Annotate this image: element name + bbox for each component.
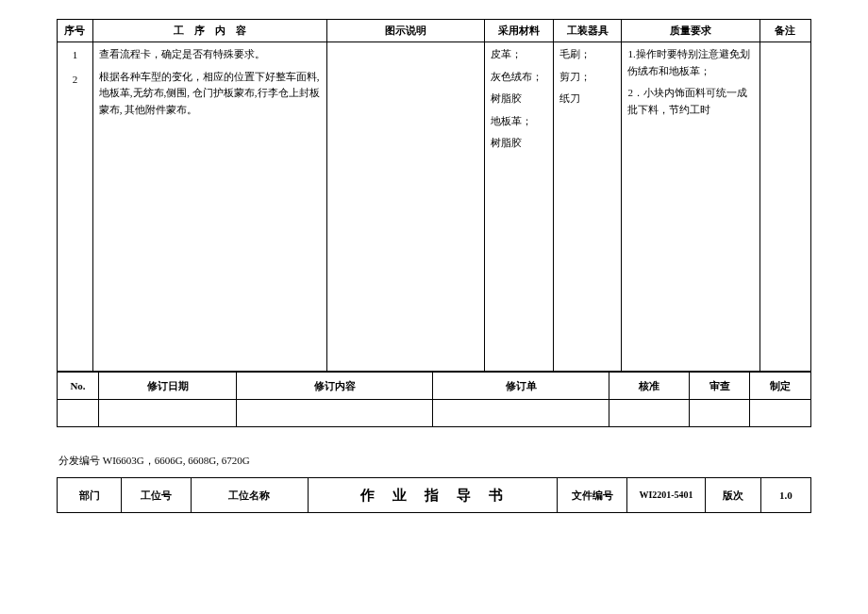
revision-empty-row — [58, 400, 811, 427]
tool-3: 纸刀 — [559, 91, 616, 108]
rev-cell-make — [750, 400, 811, 427]
tool-1: 毛刷； — [559, 46, 616, 63]
header-tool: 工装器具 — [553, 20, 622, 42]
revision-table: No. 修订日期 修订内容 修订单 核准 审查 制定 — [57, 372, 811, 427]
rev-cell-content — [237, 400, 433, 427]
note-cell — [760, 42, 810, 372]
header-quality: 质量要求 — [622, 20, 760, 42]
material-2: 灰色绒布； — [491, 69, 547, 86]
header-diagram: 图示说明 — [327, 20, 485, 42]
rev-header-content: 修订内容 — [237, 373, 433, 400]
material-cell: 皮革； 灰色绒布； 树脂胶 地板革； 树脂胶 — [485, 42, 554, 372]
distribution-line: 分发编号 WI6603G，6606G, 6608G, 6720G — [58, 454, 810, 468]
footer-rev-no: 1.0 — [760, 478, 810, 513]
footer-dept: 部门 — [58, 478, 122, 513]
header-material: 采用材料 — [485, 20, 554, 42]
rev-header-no: No. — [58, 373, 99, 400]
diagram-cell — [327, 42, 485, 372]
rev-header-review: 审查 — [690, 373, 750, 400]
footer-docno-label: 文件编号 — [558, 478, 626, 513]
rev-header-unit: 修订单 — [432, 373, 609, 400]
header-content: 工 序 内 容 — [92, 20, 327, 42]
rev-cell-review — [690, 400, 750, 427]
rev-cell-no — [58, 400, 99, 427]
quality-cell: 1.操作时要特别注意避免划伤绒布和地板革； 2．小块内饰面料可统一成批下料，节约… — [622, 42, 760, 372]
revision-header-row: No. 修订日期 修订内容 修订单 核准 审查 制定 — [58, 373, 811, 400]
content-line-2: 根据各种车型的变化，相应的位置下好整车面料,地板革,无纺布,侧围, 仓门护板蒙布… — [99, 69, 322, 119]
rev-cell-check — [609, 400, 690, 427]
rev-header-make: 制定 — [750, 373, 811, 400]
seq-1: 1 — [63, 46, 87, 65]
footer-title: 作 业 指 导 书 — [308, 478, 558, 513]
quality-1: 1.操作时要特别注意避免划伤绒布和地板革； — [627, 46, 753, 79]
rev-cell-date — [98, 400, 236, 427]
seq-2: 2 — [63, 71, 87, 90]
footer-posname: 工位名称 — [191, 478, 308, 513]
tool-2: 剪刀； — [559, 69, 616, 86]
header-note: 备注 — [760, 20, 810, 42]
footer-table: 部门 工位号 工位名称 作 业 指 导 书 文件编号 WI2201-5401 版… — [57, 477, 811, 513]
material-5: 树脂胶 — [491, 135, 547, 152]
footer-docno: WI2201-5401 — [626, 478, 706, 513]
rev-cell-unit — [432, 400, 609, 427]
main-header-row: 序号 工 序 内 容 图示说明 采用材料 工装器具 质量要求 备注 — [58, 20, 811, 42]
seq-cell: 1 2 — [58, 42, 93, 372]
footer-row: 部门 工位号 工位名称 作 业 指 导 书 文件编号 WI2201-5401 版… — [58, 478, 811, 513]
footer-rev-label: 版次 — [706, 478, 760, 513]
quality-2: 2．小块内饰面料可统一成批下料，节约工时 — [627, 85, 753, 118]
rev-header-check: 核准 — [609, 373, 690, 400]
content-cell: 查看流程卡，确定是否有特殊要求。 根据各种车型的变化，相应的位置下好整车面料,地… — [92, 42, 327, 372]
material-3: 树脂胶 — [491, 91, 547, 108]
material-4: 地板革； — [491, 113, 547, 130]
footer-pos: 工位号 — [122, 478, 191, 513]
work-instruction-table: 序号 工 序 内 容 图示说明 采用材料 工装器具 质量要求 备注 1 2 查看… — [57, 19, 811, 372]
header-seq: 序号 — [58, 20, 93, 42]
rev-header-date: 修订日期 — [98, 373, 236, 400]
tool-cell: 毛刷； 剪刀； 纸刀 — [553, 42, 622, 372]
content-line-1: 查看流程卡，确定是否有特殊要求。 — [99, 46, 322, 63]
main-body-row: 1 2 查看流程卡，确定是否有特殊要求。 根据各种车型的变化，相应的位置下好整车… — [58, 42, 811, 372]
material-1: 皮革； — [491, 46, 547, 63]
